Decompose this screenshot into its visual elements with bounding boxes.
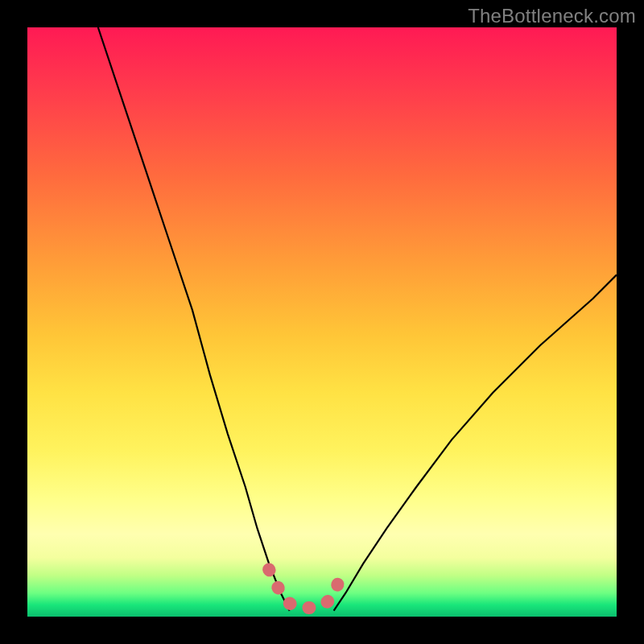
plot-area bbox=[27, 27, 617, 617]
watermark-text: TheBottleneck.com bbox=[468, 5, 636, 27]
left-curve bbox=[98, 27, 290, 611]
valley-highlight bbox=[269, 569, 343, 608]
right-curve bbox=[334, 275, 617, 610]
curve-overlay bbox=[27, 27, 617, 617]
chart-frame: TheBottleneck.com bbox=[0, 0, 644, 644]
